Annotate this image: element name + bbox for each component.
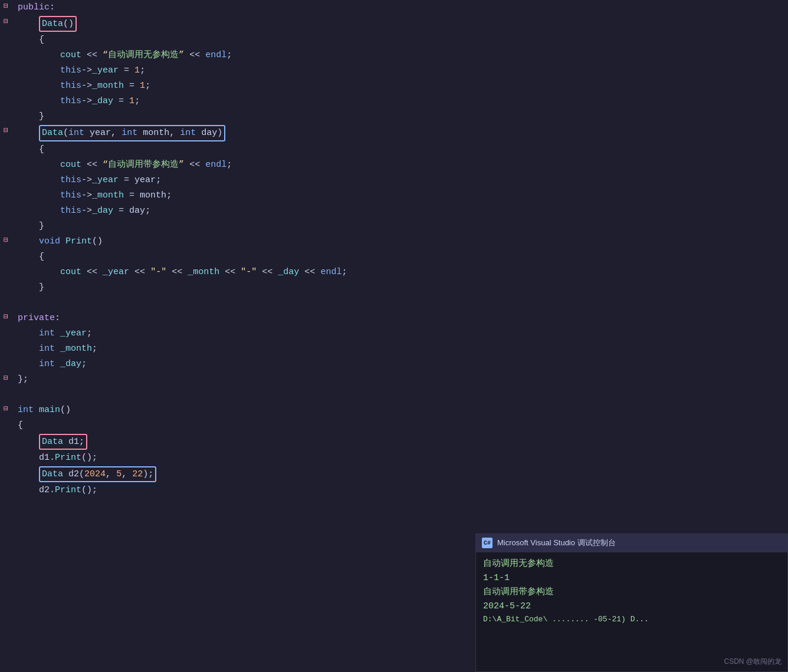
- code-line: cout << “自动调用带参构造” << endl;: [12, 158, 788, 172]
- line-end-class: ⊟ };: [0, 372, 788, 387]
- code-line: this->_month = 1;: [12, 79, 788, 93]
- line-main: ⊟ int main(): [0, 403, 788, 418]
- code-line: };: [12, 373, 788, 386]
- code-line: [12, 388, 788, 401]
- line-brace-close-3: }: [0, 280, 788, 295]
- code-line: d1.Print();: [12, 451, 788, 465]
- line-cout-2: cout << “自动调用带参构造” << endl;: [0, 157, 788, 173]
- line-cout-print: cout << _year << "-" << _month << "-" <<…: [0, 265, 788, 280]
- line-month-1: this->_month = 1;: [0, 78, 788, 94]
- csdn-watermark: CSDN @敢闯的龙: [724, 657, 782, 667]
- vs-icon: C#: [482, 538, 493, 548]
- console-output-2: 1-1-1: [483, 571, 780, 585]
- code-line: {: [12, 419, 788, 432]
- line-data-d1: Data d1;: [0, 433, 788, 450]
- code-line: this->_day = day;: [12, 204, 788, 218]
- code-line: int main(): [12, 403, 788, 417]
- code-line: }: [12, 219, 788, 233]
- code-line: this->_year = year;: [12, 173, 788, 187]
- code-editor: ⊟ public: ⊟ Data() { cout << “自动调用无参构造” …: [0, 0, 788, 498]
- gutter-arrow: ⊟: [0, 16, 12, 28]
- line-blank-2: [0, 387, 788, 403]
- console-path: D:\A_Bit_Code\ ........ -05-21) D...: [483, 614, 780, 626]
- line-int-day: int _day;: [0, 357, 788, 372]
- line-year-1: this->_year = 1;: [0, 63, 788, 78]
- code-line: int _day;: [12, 357, 788, 371]
- line-private: ⊟ private:: [0, 311, 788, 326]
- code-line-data-param: Data(int year, int month, int day): [12, 125, 788, 141]
- line-brace-open-2: {: [0, 142, 788, 157]
- line-blank: [0, 295, 788, 311]
- gutter-arrow: ⊟: [0, 235, 12, 246]
- line-month-2: this->_month = month;: [0, 188, 788, 203]
- code-line: cout << “自动调用无参构造” << endl;: [12, 48, 788, 62]
- code-line: Data d1;: [12, 434, 788, 450]
- code-line-data-no-param: Data(): [12, 16, 788, 32]
- code-line: }: [12, 110, 788, 123]
- code-line: int _year;: [12, 327, 788, 340]
- line-data-constructor-param: ⊟ Data(int year, int month, int day): [0, 124, 788, 141]
- line-cout-1: cout << “自动调用无参构造” << endl;: [0, 48, 788, 63]
- line-brace-close-1: }: [0, 109, 788, 124]
- line-day-2: this->_day = day;: [0, 203, 788, 219]
- code-line: this->_day = 1;: [12, 94, 788, 108]
- code-line: [12, 296, 788, 309]
- line-print-method: ⊟ void Print(): [0, 234, 788, 249]
- gutter-arrow: ⊟: [0, 1, 12, 12]
- code-line: void Print(): [12, 235, 788, 248]
- console-output-3: 自动调用带参构造: [483, 585, 780, 599]
- code-line: {: [12, 143, 788, 156]
- code-line: {: [12, 33, 788, 47]
- code-line: this->_year = 1;: [12, 64, 788, 77]
- line-public: ⊟ public:: [0, 0, 788, 15]
- gutter-arrow: ⊟: [0, 373, 12, 384]
- line-data-constructor: ⊟ Data(): [0, 15, 788, 32]
- line-int-month: int _month;: [0, 341, 788, 357]
- line-d2-print: d2.Print();: [0, 483, 788, 498]
- code-line: }: [12, 281, 788, 294]
- line-int-year: int _year;: [0, 326, 788, 341]
- line-brace-close-2: }: [0, 219, 788, 234]
- code-line: cout << _year << "-" << _month << "-" <<…: [12, 265, 788, 279]
- console-window: C# Microsoft Visual Studio 调试控制台 自动调用无参构…: [475, 533, 788, 672]
- gutter-arrow: ⊟: [0, 125, 12, 137]
- gutter-arrow-main: ⊟: [0, 403, 12, 415]
- code-line: int _month;: [12, 342, 788, 355]
- code-line: this->_month = month;: [12, 189, 788, 202]
- console-output-1: 自动调用无参构造: [483, 557, 780, 571]
- line-main-brace-open: {: [0, 418, 788, 433]
- line-d1-print: d1.Print();: [0, 450, 788, 466]
- console-title: Microsoft Visual Studio 调试控制台: [497, 538, 616, 548]
- console-titlebar: C# Microsoft Visual Studio 调试控制台: [476, 534, 787, 552]
- code-line: private:: [12, 311, 788, 325]
- line-brace-open-1: {: [0, 32, 788, 48]
- code-line: Data d2(2024, 5, 22);: [12, 466, 788, 482]
- gutter-arrow-private: ⊟: [0, 311, 12, 323]
- line-year-2: this->_year = year;: [0, 173, 788, 188]
- line-data-d2: Data d2(2024, 5, 22);: [0, 466, 788, 483]
- console-output-4: 2024-5-22: [483, 599, 780, 614]
- code-line: d2.Print();: [12, 483, 788, 497]
- code-line: {: [12, 250, 788, 263]
- line-day-1: this->_day = 1;: [0, 94, 788, 109]
- code-line: public:: [12, 1, 788, 14]
- console-body: 自动调用无参构造 1-1-1 自动调用带参构造 2024-5-22 D:\A_B…: [476, 552, 787, 631]
- line-brace-open-3: {: [0, 249, 788, 265]
